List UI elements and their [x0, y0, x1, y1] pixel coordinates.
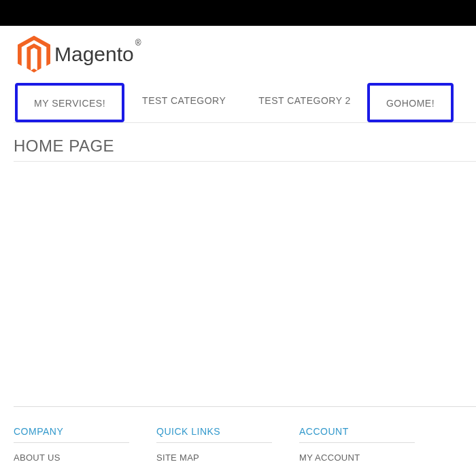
svg-marker-1	[27, 43, 41, 71]
nav-item-my-services[interactable]: MY SERVICES!	[15, 83, 124, 122]
footer: COMPANY ABOUT US QUICK LINKS SITE MAP AC…	[14, 426, 476, 462]
nav-item-gohome[interactable]: GOHOME!	[367, 83, 454, 122]
footer-divider	[14, 406, 476, 407]
logo[interactable]: Magento®	[14, 26, 476, 83]
svg-marker-2	[31, 69, 37, 73]
top-bar	[0, 0, 476, 26]
footer-col-company: COMPANY ABOUT US	[14, 426, 129, 462]
footer-heading: COMPANY	[14, 426, 129, 443]
footer-link-my-account[interactable]: MY ACCOUNT	[299, 452, 415, 462]
main-nav: MY SERVICES! TEST CATEGORY TEST CATEGORY…	[14, 83, 476, 123]
brand-name: Magento®	[54, 43, 140, 66]
footer-link-about-us[interactable]: ABOUT US	[14, 452, 129, 462]
footer-col-account: ACCOUNT MY ACCOUNT	[299, 426, 415, 462]
svg-marker-0	[18, 35, 50, 66]
footer-heading: QUICK LINKS	[156, 426, 272, 443]
page-title: HOME PAGE	[14, 137, 476, 156]
nav-item-test-category[interactable]: TEST CATEGORY	[126, 83, 242, 122]
magento-logo-icon	[18, 35, 50, 73]
nav-item-test-category-2[interactable]: TEST CATEGORY 2	[242, 83, 367, 122]
content-area	[14, 162, 476, 406]
footer-link-site-map[interactable]: SITE MAP	[156, 452, 272, 462]
footer-heading: ACCOUNT	[299, 426, 415, 443]
footer-col-quick-links: QUICK LINKS SITE MAP	[156, 426, 272, 462]
